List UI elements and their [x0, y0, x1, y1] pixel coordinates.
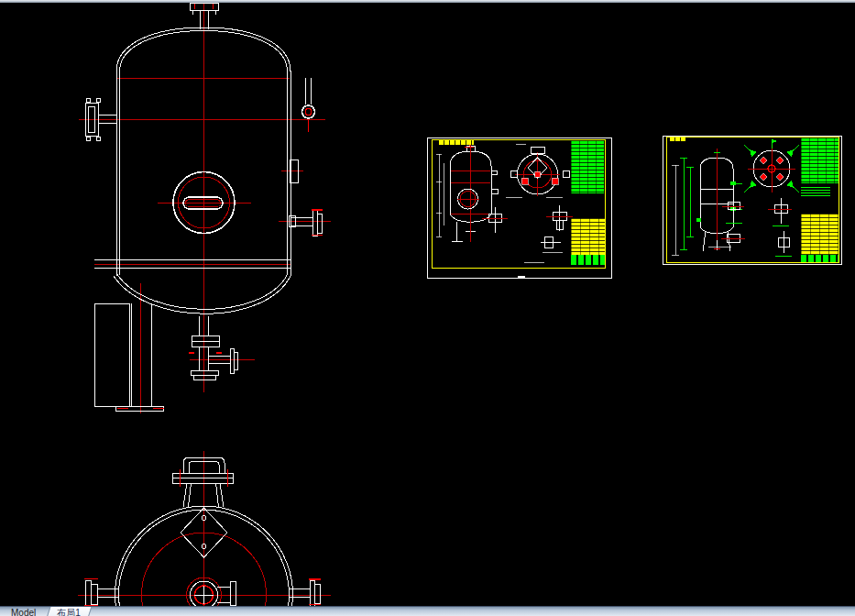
manway-handle [172, 457, 233, 507]
layout-tab-bar: Model 布局1 [0, 606, 855, 616]
sheet1-title-highlight [439, 140, 474, 145]
model-space-canvas[interactable] [0, 0, 855, 616]
sheet2-title-block [801, 214, 839, 255]
plan-nozzle-left [84, 579, 119, 609]
sheet1-title-block-footer [571, 255, 605, 265]
sheet1-parts-table [571, 140, 604, 193]
sheet1-front-view [436, 140, 498, 242]
sheet2-title-block-footer [801, 255, 839, 262]
sheet2-detail-views [708, 196, 792, 256]
level-gauge-valve [302, 78, 315, 132]
vessel-shell [94, 28, 291, 314]
sheet1-top-view [506, 144, 569, 197]
tab-layout1[interactable]: 布局1 [44, 607, 92, 616]
cad-window: Model 布局1 [0, 0, 855, 616]
sheet1-title-block [571, 218, 605, 255]
sheet2-title-highlight [670, 138, 685, 141]
tab-model-label: Model [11, 608, 36, 616]
vessel-front-view [79, 3, 331, 413]
plan-nozzle-right [289, 579, 321, 606]
support-legs [94, 303, 164, 411]
side-nozzle-right [289, 210, 323, 236]
window-top-edge [0, 0, 855, 3]
sheet2-notes-text [801, 187, 830, 196]
tab-model[interactable]: Model [0, 607, 43, 616]
bottom-drain-nozzle [189, 316, 237, 380]
sheet1-detail-views [482, 205, 573, 262]
vessel-bottom-view [78, 451, 331, 616]
sheet2-top-view [744, 139, 799, 192]
sheet2-parts-table [801, 138, 839, 183]
tab-layout1-label: 布局1 [57, 608, 81, 616]
center-hub [191, 581, 218, 609]
